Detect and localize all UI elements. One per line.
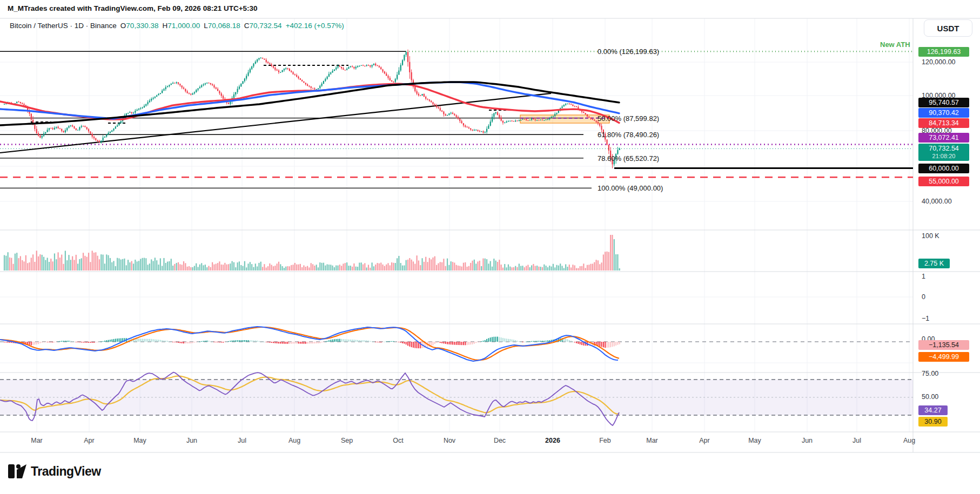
axis-tick: 0: [922, 293, 925, 301]
fib-level-label-78.6: 78.60% (65,520.72): [598, 154, 659, 162]
ohlc-value-h: 71,000.00: [167, 22, 200, 30]
time-axis-label: May: [748, 437, 761, 444]
currency-toggle-button[interactable]: USDT: [924, 19, 972, 37]
ohlc-readout: O70,330.38H71,000.00L70,068.18C70,732.54: [117, 22, 282, 30]
price-badge: −1,135.54: [918, 340, 969, 350]
axis-tick: 75.00: [922, 370, 938, 377]
price-badge: 73,072.41: [918, 133, 969, 143]
axis-tick: 50.00: [922, 393, 938, 401]
axis-tick: 40,000.00: [922, 198, 952, 205]
symbol-title[interactable]: Bitcoin / TetherUS · 1D · Binance: [10, 22, 117, 30]
time-axis-label: Aug: [288, 437, 300, 444]
ohlc-label-l: L: [204, 22, 208, 30]
new-ath-label: New ATH: [880, 40, 910, 49]
time-axis-label: Jul: [238, 437, 246, 444]
fib-level-label-0: 0.00% (126,199.63): [598, 48, 659, 56]
time-axis-label: Mar: [646, 437, 658, 444]
price-change: +402.16 (+0.57%): [286, 22, 344, 30]
time-axis-label: Oct: [393, 437, 403, 444]
time-axis-label: Apr: [84, 437, 94, 444]
ohlc-label-c: C: [244, 22, 250, 30]
ohlc-value-l: 70,068.18: [208, 22, 240, 30]
time-axis-label: Sep: [341, 437, 353, 444]
time-axis-label: Nov: [444, 437, 455, 444]
axis-tick: 1: [922, 273, 925, 280]
time-axis-label: Jun: [802, 437, 813, 444]
price-badge: 30.90: [918, 417, 948, 427]
ohlc-label-h: H: [162, 22, 167, 30]
fib-level-label-61.8: 61.80% (78,490.26): [598, 131, 659, 139]
time-axis-label: Jun: [186, 437, 197, 444]
price-badge: 70,732.5421:08:20: [918, 144, 969, 161]
countdown-timer: 21:08:20: [918, 152, 969, 160]
fib-level-label-100: 100.00% (49,000.00): [598, 184, 663, 192]
ohlc-value-o: 70,330.38: [126, 22, 158, 30]
tradingview-logo-icon: [8, 463, 26, 479]
axis-tick: 120,000.00: [922, 58, 956, 66]
price-badge: −4,499.99: [918, 352, 969, 362]
price-badge: 90,370.42: [918, 108, 969, 118]
tradingview-logo[interactable]: TradingView: [8, 463, 101, 479]
price-badge: 34.27: [918, 405, 948, 415]
chart-canvas[interactable]: [0, 0, 980, 494]
time-axis-label: Dec: [494, 437, 506, 444]
tradingview-logo-text: TradingView: [31, 464, 101, 479]
ohlc-value-c: 70,732.54: [250, 22, 282, 30]
time-axis-label: Feb: [599, 437, 611, 444]
price-badge: 95,740.57: [918, 98, 969, 107]
time-axis-label: Mar: [31, 437, 43, 444]
time-axis-label: 2026: [545, 437, 560, 444]
symbol-info-bar[interactable]: Bitcoin / TetherUS · 1D · BinanceO70,330…: [10, 22, 344, 30]
time-axis-label: Apr: [699, 437, 709, 444]
time-axis-label: Aug: [903, 437, 915, 444]
price-badge: 126,199.63: [918, 47, 969, 57]
time-axis-label: May: [133, 437, 146, 444]
ohlc-label-o: O: [120, 22, 126, 30]
tradingview-chart-screenshot: M_MTrades created with TradingView.com, …: [0, 0, 980, 494]
price-badge: 84,713.34: [918, 118, 969, 128]
price-badge: 2.75 K: [918, 259, 950, 268]
price-badge: 55,000.00: [918, 177, 969, 186]
time-axis-label: Jul: [853, 437, 861, 444]
price-badge: 60,000.00: [918, 164, 969, 173]
axis-tick: −1: [922, 315, 929, 322]
axis-tick: 100 K: [922, 232, 939, 240]
fib-level-label-50: 50.00% (87,599.82): [598, 114, 659, 122]
